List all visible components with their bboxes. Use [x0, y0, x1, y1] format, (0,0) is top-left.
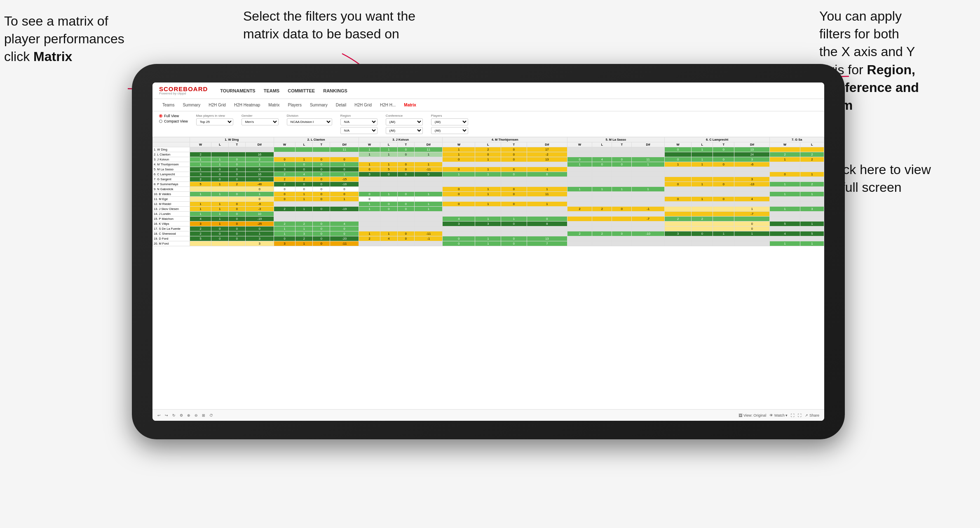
subnav-summary2[interactable]: Summary — [307, 101, 331, 108]
max-players-select[interactable]: Top 25 — [196, 118, 233, 125]
matrix-cell: 0 — [397, 167, 414, 172]
col-header-1: 1. W Ding — [190, 137, 274, 142]
scoreboard-logo: SCOREBOARD Powered by clippd — [159, 86, 208, 95]
division-select[interactable]: NCAA Division I — [287, 118, 332, 125]
nav-committee[interactable]: COMMITTEE — [288, 87, 315, 95]
matrix-cell — [632, 236, 664, 241]
matrix-cell: 0 — [612, 162, 632, 167]
grid-button[interactable]: ⊞ — [202, 413, 205, 417]
matrix-cell: 1 — [274, 226, 295, 231]
matrix-cell — [692, 212, 713, 217]
conference-label: Conference — [386, 114, 423, 118]
zoom-in-button[interactable]: ⊕ — [187, 413, 190, 417]
sh-6-l: L — [692, 142, 713, 147]
region-select-2[interactable]: N/A — [340, 127, 377, 134]
settings-button[interactable]: ⚙ — [180, 413, 183, 417]
matrix-cell: 0 — [397, 207, 414, 212]
subnav-h2h-grid2[interactable]: H2H Grid — [351, 101, 375, 108]
filter-players: Players (All) (All) — [431, 114, 468, 134]
matrix-cell: 2 — [567, 207, 592, 212]
sh-2-l: L — [295, 142, 313, 147]
matrix-cell: 1 — [443, 172, 475, 177]
subnav-summary1[interactable]: Summary — [179, 101, 204, 108]
matrix-cell: 0 — [713, 157, 734, 162]
matrix-cell — [713, 187, 734, 192]
matrix-cell — [567, 147, 592, 152]
matrix-cell: 1 — [527, 202, 567, 207]
conference-select-1[interactable]: (All) — [386, 118, 423, 125]
row-player-name: 7. G Sargent — [153, 177, 190, 182]
matrix-cell: 1 — [359, 202, 380, 207]
matrix-cell — [211, 147, 228, 152]
fullscreen-button[interactable]: ⛶ — [798, 413, 802, 417]
matrix-cell: 5 — [190, 182, 211, 187]
watch-button[interactable]: 👁 Watch ▾ — [769, 413, 788, 417]
table-row: 7. G Sargent2000220-153 — [153, 177, 824, 182]
matrix-cell: 0 — [228, 207, 245, 212]
nav-rankings[interactable]: RANKINGS — [323, 87, 347, 95]
matrix-cell: 13 — [527, 157, 567, 162]
matrix-cell: 1 — [612, 187, 632, 192]
share-button[interactable]: ↗ Share — [805, 413, 819, 417]
matrix-cell: 0 — [313, 167, 330, 172]
matrix-cell: 0 — [475, 152, 501, 157]
row-player-name: 8. P Summerhays — [153, 182, 190, 187]
matrix-cell — [567, 182, 592, 187]
subnav-matrix1[interactable]: Matrix — [265, 101, 283, 108]
matrix-cell: 0 — [567, 157, 592, 162]
sh-4-w: W — [443, 142, 475, 147]
matrix-cell — [415, 212, 443, 217]
matrix-cell: 0 — [330, 231, 359, 236]
matrix-cell — [274, 202, 295, 207]
compact-view-radio[interactable]: Compact View — [159, 119, 188, 123]
redo-button[interactable]: ↪ — [165, 413, 168, 417]
nav-teams[interactable]: TEAMS — [264, 87, 280, 95]
matrix-cell — [567, 177, 592, 182]
subnav-h2h-h[interactable]: H2H H... — [377, 101, 399, 108]
full-view-radio[interactable]: Full View — [159, 114, 188, 118]
tablet-screen: SCOREBOARD Powered by clippd TOURNAMENTS… — [152, 82, 824, 421]
conference-select-2[interactable]: (All) — [386, 127, 423, 134]
subnav-detail[interactable]: Detail — [333, 101, 350, 108]
matrix-cell — [246, 147, 274, 152]
sh-1-t: T — [228, 142, 245, 147]
matrix-cell: 8 — [527, 222, 567, 226]
matrix-cell — [770, 236, 800, 241]
timer-button[interactable]: ⏱ — [209, 413, 213, 417]
zoom-out-button[interactable]: ⊖ — [195, 413, 198, 417]
gender-select[interactable]: Men's — [241, 118, 279, 125]
view-original-button[interactable]: 🖼 View: Original — [739, 413, 766, 417]
nav-tournaments[interactable]: TOURNAMENTS — [220, 87, 255, 95]
subnav-h2h-grid1[interactable]: H2H Grid — [205, 101, 229, 108]
matrix-cell: 0 — [397, 147, 414, 152]
matrix-cell — [692, 187, 713, 192]
matrix-cell — [475, 197, 501, 202]
subnav-players[interactable]: Players — [285, 101, 305, 108]
matrix-cell — [800, 202, 824, 207]
matrix-cell: 0 — [664, 182, 692, 187]
subnav-matrix2[interactable]: Matrix — [401, 101, 419, 108]
matrix-cell — [664, 172, 692, 177]
matrix-cell: 0 — [501, 167, 527, 172]
subnav-teams[interactable]: Teams — [159, 101, 178, 108]
matrix-cell: -6 — [734, 162, 770, 167]
players-select-2[interactable]: (All) — [431, 127, 468, 134]
screen-button[interactable]: ⛶ — [791, 413, 795, 417]
subnav-h2h-heatmap[interactable]: H2H Heatmap — [231, 101, 263, 108]
matrix-cell: 1 — [800, 222, 824, 226]
matrix-cell — [567, 236, 592, 241]
matrix-cell: 1 — [800, 172, 824, 177]
players-select-1[interactable]: (All) — [431, 118, 468, 125]
matrix-cell: 2 — [800, 157, 824, 162]
refresh-button[interactable]: ↻ — [172, 413, 176, 417]
matrix-cell: -1 — [415, 236, 443, 241]
matrix-scroll-area[interactable]: 1. W Ding 2. L Clanton 3. J Koivun 4. M … — [152, 137, 824, 409]
sh-5-t: T — [612, 142, 632, 147]
undo-button[interactable]: ↩ — [157, 413, 161, 417]
matrix-cell — [692, 152, 713, 157]
region-select-1[interactable]: N/A — [340, 118, 377, 125]
matrix-cell — [770, 212, 800, 217]
matrix-cell: 1 — [295, 241, 313, 246]
matrix-cell: 0 — [274, 197, 295, 202]
matrix-cell — [501, 207, 527, 212]
